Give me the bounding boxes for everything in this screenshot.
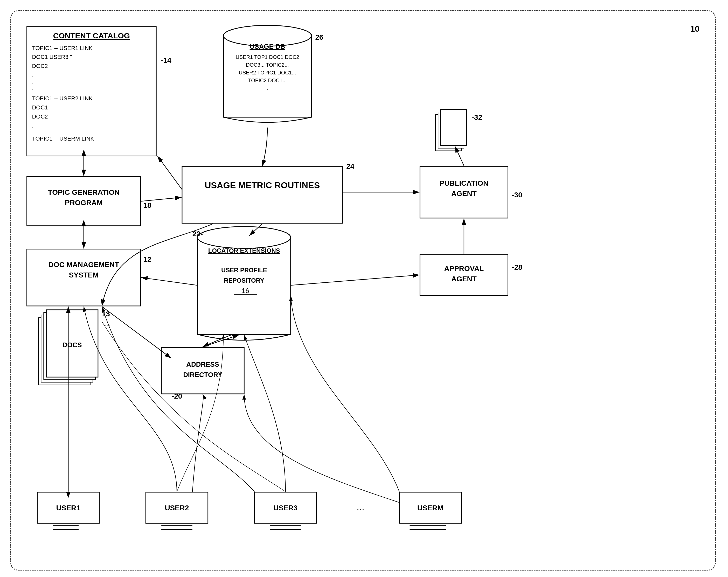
svg-text:-20: -20	[172, 392, 182, 400]
topic-gen-box: TOPIC GENERATION PROGRAM 18	[27, 177, 152, 226]
svg-text:DIRECTORY: DIRECTORY	[183, 371, 222, 378]
svg-text:APPROVAL: APPROVAL	[444, 264, 484, 272]
svg-text:USER3: USER3	[274, 504, 297, 512]
svg-text:13: 13	[102, 310, 110, 318]
svg-text:TOPIC GENERATION: TOPIC GENERATION	[48, 188, 120, 196]
svg-point-1	[224, 25, 311, 46]
svg-rect-42	[38, 318, 90, 385]
svg-text:TOPIC1 -- USERM LINK: TOPIC1 -- USERM LINK	[32, 135, 95, 142]
svg-text:-32: -32	[472, 113, 482, 121]
svg-rect-53	[420, 166, 508, 218]
svg-text:USERM: USERM	[417, 504, 443, 512]
svg-rect-9	[198, 236, 291, 335]
svg-text:USER PROFILE: USER PROFILE	[221, 267, 267, 273]
svg-rect-49	[161, 347, 244, 394]
svg-rect-65	[37, 492, 99, 523]
svg-text:12: 12	[143, 256, 151, 263]
svg-text:.: .	[32, 72, 34, 78]
svg-text:DOC3... TOPIC2...: DOC3... TOPIC2...	[246, 62, 289, 68]
svg-text:-30: -30	[512, 191, 522, 199]
svg-text:USER2  TOPIC1 DOC1...: USER2 TOPIC1 DOC1...	[239, 70, 296, 76]
svg-text:DOC1: DOC1	[32, 104, 48, 111]
svg-rect-35	[182, 166, 342, 223]
svg-text:22-: 22-	[192, 230, 203, 238]
content-catalog-box: CONTENT CATALOG TOPIC1 -- USER1 LINK DOC…	[27, 27, 172, 156]
usage-db-cylinder: USAGE DB USER1 TOP1 DOC1 DOC2 DOC3... TO…	[224, 25, 323, 123]
pub-agent-box: PUBLICATION AGENT -30	[420, 166, 522, 218]
svg-text:USER2: USER2	[165, 504, 189, 512]
svg-text:LOCATOR EXTENSIONS: LOCATOR EXTENSIONS	[208, 247, 280, 254]
svg-text:.: .	[32, 78, 34, 85]
svg-rect-69	[146, 492, 208, 523]
svg-text:USAGE DB: USAGE DB	[250, 43, 285, 50]
svg-rect-31	[27, 177, 141, 226]
svg-text:...: ...	[105, 319, 110, 327]
svg-rect-44	[44, 313, 95, 379]
svg-text:DOC2: DOC2	[32, 113, 48, 120]
svg-text:REPOSITORY: REPOSITORY	[224, 277, 264, 284]
svg-rect-17	[27, 27, 156, 156]
address-dir-box: ADDRESS DIRECTORY -20	[161, 347, 244, 400]
svg-text:AGENT: AGENT	[451, 275, 477, 283]
svg-text:...: ...	[357, 502, 364, 513]
svg-rect-43	[41, 315, 93, 382]
svg-text:-28: -28	[512, 263, 522, 271]
approval-agent-box: APPROVAL AGENT -28	[420, 254, 522, 296]
svg-text:AGENT: AGENT	[451, 189, 477, 198]
svg-rect-62	[438, 112, 464, 148]
svg-rect-78	[399, 492, 461, 523]
svg-rect-57	[420, 254, 508, 296]
svg-rect-63	[441, 109, 467, 146]
svg-text:-14: -14	[161, 56, 172, 64]
book-icon: -32	[436, 109, 482, 151]
svg-text:DOC MANAGEMENT: DOC MANAGEMENT	[49, 261, 119, 269]
svg-rect-45	[46, 310, 98, 377]
svg-text:USER1: USER1	[56, 504, 80, 512]
svg-text:.: .	[32, 123, 34, 129]
svg-text:.: .	[267, 85, 268, 91]
svg-text:ADDRESS: ADDRESS	[186, 361, 219, 368]
user-boxes: USER1 USER2 USER3 ... USERM	[37, 492, 461, 530]
svg-rect-61	[436, 114, 461, 151]
diagram-container: 10 USAGE DB USER1 TOP1 DOC1 DOC2 DOC3...…	[10, 10, 716, 571]
svg-text:DOC1     USER3 ": DOC1 USER3 "	[32, 54, 72, 60]
locator-extensions-cylinder: LOCATOR EXTENSIONS USER PROFILE REPOSITO…	[192, 227, 291, 340]
diagram-svg: USAGE DB USER1 TOP1 DOC1 DOC2 DOC3... TO…	[11, 11, 715, 570]
svg-text:DOCS: DOCS	[62, 341, 82, 348]
docs-stack: DOCS 13 ...	[38, 310, 110, 385]
ref-10: 10	[690, 24, 700, 34]
svg-text:PUBLICATION: PUBLICATION	[440, 179, 489, 187]
svg-text:PROGRAM: PROGRAM	[65, 199, 103, 207]
svg-text:SYSTEM: SYSTEM	[69, 271, 99, 279]
svg-text:CONTENT CATALOG: CONTENT CATALOG	[53, 31, 130, 40]
svg-rect-73	[254, 492, 316, 523]
svg-text:16: 16	[242, 287, 249, 294]
svg-rect-38	[27, 249, 141, 306]
svg-rect-0	[224, 34, 311, 117]
svg-text:TOPIC1 -- USER2 LINK: TOPIC1 -- USER2 LINK	[32, 95, 93, 102]
svg-text:USER1  TOP1 DOC1 DOC2: USER1 TOP1 DOC1 DOC2	[235, 54, 299, 60]
svg-point-10	[198, 227, 291, 248]
svg-text:24: 24	[346, 162, 355, 171]
doc-mgmt-box: DOC MANAGEMENT SYSTEM 12	[27, 249, 152, 306]
svg-text:DOC2: DOC2	[32, 63, 48, 69]
svg-text:TOPIC2 DOC1...: TOPIC2 DOC1...	[248, 78, 287, 83]
svg-text:26: 26	[315, 33, 323, 41]
svg-text:18: 18	[143, 201, 151, 209]
usage-metric-box: USAGE METRIC ROUTINES 24	[182, 162, 355, 223]
svg-text:TOPIC1 -- USER1 LINK: TOPIC1 -- USER1 LINK	[32, 45, 93, 51]
svg-text:.: .	[32, 85, 34, 91]
svg-text:USAGE METRIC ROUTINES: USAGE METRIC ROUTINES	[205, 180, 320, 190]
